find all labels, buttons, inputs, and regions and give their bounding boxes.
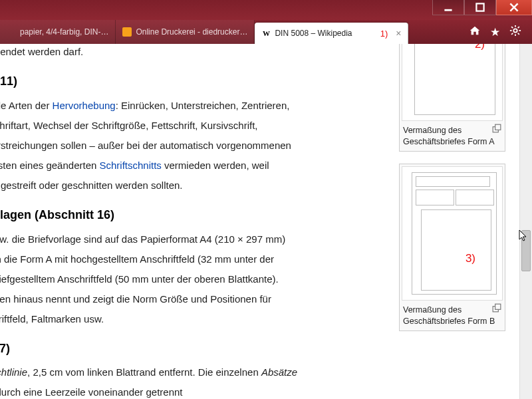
figure-form-b[interactable]: 3) Vermaßung des Geschäftsbriefes Form B [399, 164, 505, 331]
scrollbar-track[interactable] [520, 44, 532, 399]
tab-label: papier, 4/4-farbig, DIN-… [20, 27, 108, 37]
tab-bar: papier, 4/4-farbig, DIN-… Online Drucker… [0, 20, 532, 44]
section-heading: nitt 17) [0, 339, 363, 358]
article-body: h verwendet werden darf. hnitt 11) olgen… [0, 44, 370, 399]
text-line: uck bzw. die Briefvorlage sind auf das P… [0, 231, 363, 247]
svg-line-9 [511, 27, 513, 28]
text-line: weils durch eine Leerzeile voneinander g… [0, 384, 363, 399]
figure-caption: Vermaßung des Geschäftsbriefes Form B [402, 301, 503, 329]
link-schriftschnitts[interactable]: Schriftschnitts [99, 160, 161, 171]
text-line: Anschriftfeld, Faltmarken usw. [0, 311, 363, 327]
enlarge-icon[interactable] [492, 124, 501, 133]
tab-label: Online Druckerei - diedrucker… [136, 27, 247, 37]
tab-close-icon[interactable]: × [396, 28, 401, 39]
tab-2-active[interactable]: W DIN 5008 – Wikipedia 1) × [255, 23, 408, 44]
window-controls [432, 0, 532, 15]
scrollbar-thumb[interactable] [521, 230, 531, 271]
enlarge-icon[interactable] [492, 303, 501, 313]
home-icon[interactable] [469, 25, 481, 40]
annotation-1: 1) [380, 29, 388, 39]
svg-line-12 [511, 33, 513, 34]
figure-image: 3) [402, 166, 503, 301]
page-content: h verwendet werden darf. hnitt 11) olgen… [0, 44, 519, 399]
text-line: B mit tiefgestelltem Anschriftfeld (50 m… [0, 271, 363, 287]
text-line: verden die Form A mit hochgestelltem Ans… [0, 251, 363, 267]
vertical-scrollbar[interactable] [519, 44, 532, 399]
figure-caption: Vermaßung des Geschäftsbriefes Form A [402, 121, 503, 149]
text-line: der Schriftart, Wechsel der Schriftgröße… [0, 118, 363, 134]
text-line: er Fluchtlinie, 2,5 cm vom linken Blattr… [0, 364, 363, 380]
wikipedia-favicon: W [261, 29, 271, 38]
bookmark-star-icon[interactable]: ★ [490, 25, 500, 39]
favicon-orange [122, 27, 132, 37]
section-heading: efvorlagen (Abschnitt 16) [0, 205, 363, 225]
text-line: zugunsten eines geänderten Schriftschnit… [0, 158, 363, 174]
svg-line-10 [518, 33, 519, 34]
svg-rect-16 [495, 304, 501, 309]
text-line: h verwendet werden darf. [0, 44, 363, 60]
tab-0[interactable]: papier, 4/4-farbig, DIN-… [0, 20, 116, 44]
annotation-3: 3) [466, 252, 475, 265]
figure-image: 2) [402, 44, 503, 121]
close-button[interactable] [496, 0, 532, 15]
annotation-2: 2) [475, 44, 485, 51]
tab-label: DIN 5008 – Wikipedia [275, 29, 373, 38]
tab-1[interactable]: Online Druckerei - diedrucker… [116, 20, 255, 44]
svg-rect-1 [476, 3, 483, 11]
article-sidebar: 2) Vermaßung des Geschäftsbriefes Form A… [399, 44, 505, 343]
maximize-button[interactable] [464, 0, 496, 15]
text-line: olgende Arten der Hervorhebung: Einrücke… [0, 98, 363, 114]
text-line: ) nicht gestreift oder geschnitten werde… [0, 178, 363, 194]
section-heading: hnitt 11) [0, 72, 363, 91]
text-line: . Unterstreichungen sollen – außer bei d… [0, 138, 363, 154]
toolbar-right: ★ [461, 20, 529, 44]
figure-form-a[interactable]: 2) Vermaßung des Geschäftsbriefes Form A [399, 44, 505, 152]
svg-point-4 [513, 29, 517, 32]
settings-gear-icon[interactable] [509, 25, 521, 40]
minimize-button[interactable] [432, 0, 464, 15]
svg-rect-14 [495, 124, 501, 130]
favicon-generic [7, 27, 16, 37]
link-hervorhebung[interactable]: Hervorhebung [53, 100, 116, 111]
text-line: Angaben hinaus nennt und zeigt die Norm … [0, 291, 363, 307]
svg-line-11 [518, 27, 519, 28]
window-titlebar [0, 0, 532, 20]
